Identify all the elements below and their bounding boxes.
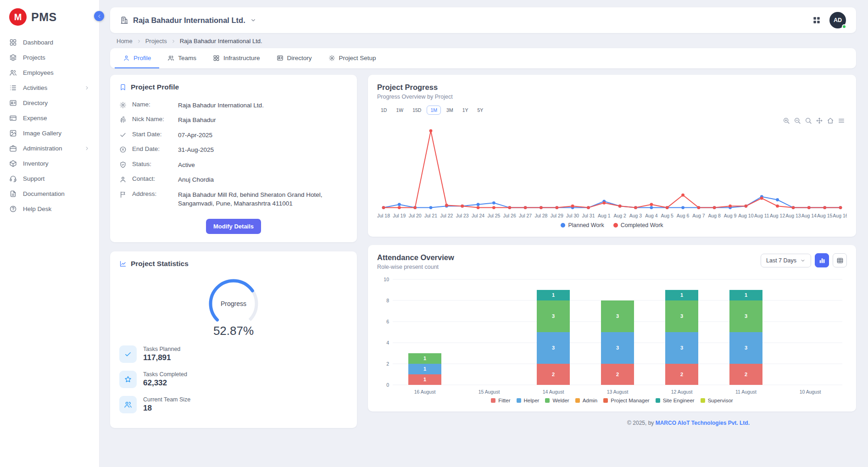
attendance-header: Attendance Overview Role-wise present co… <box>377 253 847 270</box>
online-status-dot <box>842 24 846 29</box>
sidebar-item-documentation[interactable]: Documentation <box>0 186 99 201</box>
range-button-5y[interactable]: 5Y <box>473 106 487 115</box>
range-button-1d[interactable]: 1D <box>377 106 390 115</box>
sidebar-item-directory[interactable]: Directory <box>0 95 99 111</box>
chart-view-toggle[interactable] <box>815 253 829 267</box>
sidebar-item-label: Administration <box>23 145 62 152</box>
legend-swatch <box>613 223 618 228</box>
check-icon <box>119 131 127 139</box>
range-button-1w[interactable]: 1W <box>392 106 407 115</box>
gear-icon <box>119 101 127 109</box>
chart-toolbar <box>783 117 845 124</box>
legend-completed-work[interactable]: Completed Work <box>613 222 663 228</box>
range-button-15d[interactable]: 15D <box>409 106 425 115</box>
field-label: End Date: <box>132 145 172 152</box>
avatar-initials: AD <box>834 17 842 23</box>
tab-infrastructure[interactable]: Infrastructure <box>205 48 268 68</box>
range-button-1y[interactable]: 1Y <box>459 106 472 115</box>
home-icon[interactable] <box>827 117 834 124</box>
svg-text:3: 3 <box>680 313 683 319</box>
attendance-controls: Last 7 Days <box>761 253 847 267</box>
legend-fitter[interactable]: Fitter <box>491 398 510 403</box>
svg-text:Jul 19: Jul 19 <box>393 213 406 218</box>
inventory-icon <box>9 160 17 167</box>
legend-planned-work[interactable]: Planned Work <box>561 222 604 228</box>
svg-text:Aug 16: Aug 16 <box>833 213 847 218</box>
legend-project-manager[interactable]: Project Manager <box>603 398 649 403</box>
zoom-in-icon[interactable] <box>783 117 790 124</box>
breadcrumb-item[interactable]: Projects <box>145 38 167 44</box>
chevron-right-icon <box>171 39 176 44</box>
avatar[interactable]: AD <box>829 12 846 28</box>
sidebar-item-help-desk[interactable]: Help Desk <box>0 201 99 217</box>
legend-welder[interactable]: Welder <box>545 398 569 403</box>
tab-project-setup[interactable]: Project Setup <box>320 48 384 68</box>
field-value: 31-Aug-2025 <box>178 145 214 155</box>
breadcrumb-item: Raja Bahadur International Ltd. <box>180 38 262 44</box>
table-icon <box>836 257 844 264</box>
footer-link[interactable]: MARCO AIoT Technologies Pvt. Ltd. <box>656 420 750 426</box>
zoom-out-icon[interactable] <box>794 117 801 124</box>
svg-text:Aug 8: Aug 8 <box>708 213 721 218</box>
date-range-select[interactable]: Last 7 Days <box>761 254 811 267</box>
sidebar-collapse-button[interactable] <box>94 11 104 21</box>
chevron-down-icon <box>800 258 806 263</box>
svg-text:Aug 7: Aug 7 <box>692 213 705 218</box>
range-button-3m[interactable]: 3M <box>443 106 457 115</box>
sidebar-item-inventory[interactable]: Inventory <box>0 156 99 171</box>
sidebar-item-projects[interactable]: Projects <box>0 50 99 65</box>
legend-swatch <box>603 398 608 403</box>
profile-field-nick-name: Nick Name:Raja Bahadur <box>119 113 348 128</box>
sidebar-item-employees[interactable]: Employees <box>0 65 99 80</box>
svg-text:Aug 3: Aug 3 <box>629 213 642 218</box>
project-profile-card: Project Profile Name:Raja Bahadur Intern… <box>110 75 357 242</box>
modify-details-button[interactable]: Modify Details <box>206 219 261 234</box>
sidebar-item-activities[interactable]: Activities <box>0 80 99 95</box>
sidebar-item-image-gallery[interactable]: Image Gallery <box>0 126 99 141</box>
logo-letter: M <box>14 12 22 22</box>
svg-text:16 August: 16 August <box>414 389 436 395</box>
legend-site-engineer[interactable]: Site Engineer <box>656 398 695 403</box>
legend-swatch <box>701 398 705 403</box>
tab-label: Profile <box>134 55 151 61</box>
svg-text:Aug 9: Aug 9 <box>724 213 737 218</box>
legend-helper[interactable]: Helper <box>517 398 540 403</box>
field-value: Active <box>178 161 195 170</box>
tab-teams[interactable]: Teams <box>159 48 205 68</box>
company-selector[interactable]: Raja Bahadur International Ltd. <box>120 16 256 25</box>
sidebar-item-label: Expense <box>23 115 47 122</box>
chevron-left-icon <box>96 13 102 19</box>
legend-admin[interactable]: Admin <box>575 398 598 403</box>
sidebar-item-administration[interactable]: Administration <box>0 141 99 156</box>
svg-text:Aug 6: Aug 6 <box>677 213 690 218</box>
sidebar-item-dashboard[interactable]: Dashboard <box>0 35 99 50</box>
tab-directory[interactable]: Directory <box>268 48 320 68</box>
card-title-text: Project Statistics <box>131 260 189 268</box>
apps-grid-icon[interactable] <box>812 16 821 25</box>
sidebar-item-support[interactable]: Support <box>0 171 99 186</box>
image-gallery-icon <box>9 129 17 137</box>
field-label: Address: <box>132 190 172 197</box>
directory-icon <box>9 99 17 107</box>
tab-profile[interactable]: Profile <box>115 48 159 68</box>
logo[interactable]: M PMS <box>0 6 99 33</box>
svg-text:10 August: 10 August <box>800 389 821 395</box>
pan-icon[interactable] <box>816 117 823 124</box>
menu-icon[interactable] <box>838 117 845 124</box>
attendance-titles: Attendance Overview Role-wise present co… <box>377 253 454 270</box>
sidebar-item-label: Inventory <box>23 160 49 167</box>
profile-tab-icon <box>123 55 130 61</box>
svg-text:1: 1 <box>745 292 747 298</box>
range-button-1m[interactable]: 1M <box>427 106 441 115</box>
search-zoom-icon[interactable] <box>805 117 812 124</box>
table-view-toggle[interactable] <box>833 253 847 267</box>
legend-supervisor[interactable]: Supervisor <box>701 398 733 403</box>
profile-field-contact: Contact:Anuj Chordia <box>119 172 348 188</box>
field-label: Name: <box>132 101 172 108</box>
sidebar-item-expense[interactable]: Expense <box>0 111 99 126</box>
breadcrumb-item[interactable]: Home <box>117 38 133 44</box>
stat-value: 117,891 <box>143 353 180 362</box>
field-value: Raja Bahadur Mill Rd, behind Sheraton Gr… <box>178 190 348 208</box>
svg-text:13 August: 13 August <box>607 389 629 395</box>
administration-icon <box>9 145 17 152</box>
